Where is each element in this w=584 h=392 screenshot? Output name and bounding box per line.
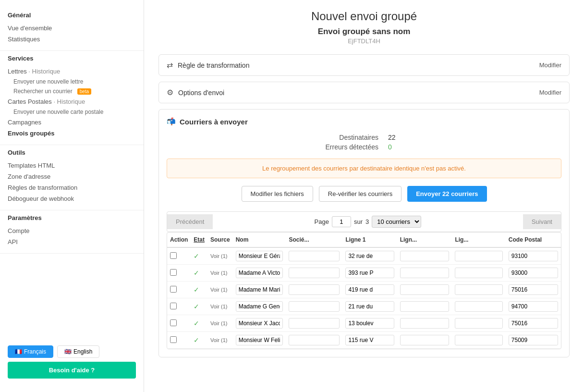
cell-societe-5 xyxy=(286,332,342,349)
sidebar-item-lettres[interactable]: Lettres · Historique xyxy=(8,66,60,77)
voir-link-0[interactable]: Voir (1) xyxy=(210,253,227,259)
sur-label: sur xyxy=(354,218,363,225)
modifier-fichiers-button[interactable]: Modifier les fichiers xyxy=(242,186,313,202)
row-checkbox-2[interactable] xyxy=(170,286,177,293)
nom-input-2[interactable] xyxy=(236,284,283,295)
societe-input-4[interactable] xyxy=(289,318,340,329)
col-action: Action xyxy=(167,233,191,247)
page-subtitle: Envoi groupé sans nom xyxy=(158,27,570,37)
sidebar-item-regles-transformation[interactable]: Règles de transformation xyxy=(8,182,136,193)
lang-btn-en[interactable]: 🇬🇧 English xyxy=(57,345,99,358)
ligne2-input-2[interactable] xyxy=(400,284,450,295)
ligne1-input-1[interactable] xyxy=(345,268,394,278)
per-page-select[interactable]: 10 courriers 25 courriers 50 courriers xyxy=(372,216,421,228)
cell-nom-3 xyxy=(233,298,286,315)
help-button[interactable]: Besoin d'aide ? xyxy=(8,362,136,379)
ligne3-input-3[interactable] xyxy=(455,301,502,312)
sidebar-item-envoyer-carte[interactable]: Envoyer une nouvelle carte postale xyxy=(8,107,136,117)
envoyer-button[interactable]: Envoyer 22 courriers xyxy=(407,186,487,202)
nom-input-5[interactable] xyxy=(236,335,283,345)
ligne3-input-1[interactable] xyxy=(455,268,502,278)
sidebar-item-debogueur-webhook[interactable]: Débogueur de webhook xyxy=(8,193,136,204)
ligne3-input-0[interactable] xyxy=(455,251,502,261)
voir-link-4[interactable]: Voir (1) xyxy=(210,320,227,326)
page-input[interactable] xyxy=(332,216,351,227)
codepostal-input-4[interactable] xyxy=(509,318,558,329)
nom-input-1[interactable] xyxy=(236,268,283,278)
cell-nom-1 xyxy=(233,265,286,282)
courriers-title-label: Courriers à envoyer xyxy=(180,118,248,126)
codepostal-input-1[interactable] xyxy=(509,268,558,278)
ligne3-input-4[interactable] xyxy=(455,318,502,329)
ligne1-input-0[interactable] xyxy=(345,251,394,261)
ligne2-input-1[interactable] xyxy=(400,268,450,278)
ligne3-input-2[interactable] xyxy=(455,284,502,295)
sidebar-general: Général Vue d'ensemble Statistiques xyxy=(0,8,144,51)
cell-ligne1-3 xyxy=(342,298,397,315)
ligne1-input-2[interactable] xyxy=(345,284,394,295)
nom-input-4[interactable] xyxy=(236,318,283,329)
sidebar-item-statistiques[interactable]: Statistiques xyxy=(8,34,136,45)
destinataires-row: Destinataires 22 xyxy=(167,134,561,141)
row-checkbox-0[interactable] xyxy=(170,252,177,259)
cell-source-3: Voir (1) xyxy=(207,298,233,315)
row-checkbox-1[interactable] xyxy=(170,269,177,276)
options-modifier-link[interactable]: Modifier xyxy=(539,89,561,96)
sidebar-item-vue-ensemble[interactable]: Vue d'ensemble xyxy=(8,23,136,34)
cell-nom-5 xyxy=(233,332,286,349)
cell-societe-2 xyxy=(286,282,342,298)
societe-input-0[interactable] xyxy=(289,251,340,261)
reverifier-button[interactable]: Re-vérifier les courriers xyxy=(319,186,402,202)
ligne2-input-5[interactable] xyxy=(400,335,450,345)
ligne1-input-4[interactable] xyxy=(345,318,394,329)
voir-link-5[interactable]: Voir (1) xyxy=(210,337,227,343)
sidebar-item-campagnes[interactable]: Campagnes xyxy=(8,117,136,128)
sidebar-item-zone-adresse[interactable]: Zone d'adresse xyxy=(8,171,136,182)
societe-input-5[interactable] xyxy=(289,335,340,345)
check-icon-4: ✓ xyxy=(194,319,199,327)
sidebar-item-cartes-postales[interactable]: Cartes Postales · Historique xyxy=(8,96,85,107)
sidebar-item-templates-html[interactable]: Templates HTML xyxy=(8,160,136,171)
erreurs-row: Erreurs détectées 0 xyxy=(167,143,561,151)
voir-link-2[interactable]: Voir (1) xyxy=(210,287,227,293)
row-checkbox-3[interactable] xyxy=(170,303,177,309)
codepostal-input-2[interactable] xyxy=(509,284,558,295)
cell-ligne1-5 xyxy=(342,332,397,349)
options-icon: ⚙ xyxy=(167,88,173,97)
ligne3-input-5[interactable] xyxy=(455,335,502,345)
lang-btn-fr[interactable]: 🇫🇷 Français xyxy=(8,345,53,358)
societe-input-2[interactable] xyxy=(289,284,340,295)
codepostal-input-0[interactable] xyxy=(509,251,558,261)
col-ligne3: Lig... xyxy=(452,233,505,247)
cell-source-1: Voir (1) xyxy=(207,265,233,282)
sidebar-item-envoyer-lettre[interactable]: Envoyer une nouvelle lettre xyxy=(8,77,136,86)
societe-input-3[interactable] xyxy=(289,301,340,312)
sidebar-item-rechercher-courrier[interactable]: Rechercher un courrier xyxy=(8,86,73,96)
row-checkbox-5[interactable] xyxy=(170,336,177,343)
societe-input-1[interactable] xyxy=(289,268,340,278)
sidebar: Général Vue d'ensemble Statistiques Serv… xyxy=(0,0,144,392)
prev-button[interactable]: Précédent xyxy=(167,214,213,229)
erreurs-label: Erreurs détectées xyxy=(311,143,388,151)
nom-input-3[interactable] xyxy=(236,301,283,312)
ligne1-input-5[interactable] xyxy=(345,335,394,345)
ligne1-input-3[interactable] xyxy=(345,301,394,312)
check-icon-3: ✓ xyxy=(194,303,199,310)
cell-etat-2: ✓ xyxy=(191,282,207,298)
ligne2-input-0[interactable] xyxy=(400,251,450,261)
codepostal-input-5[interactable] xyxy=(509,335,558,345)
voir-link-3[interactable]: Voir (1) xyxy=(210,304,227,309)
col-ligne2: Lign... xyxy=(397,233,452,247)
sidebar-item-envois-groupes[interactable]: Envois groupés xyxy=(8,128,136,139)
sidebar-item-api[interactable]: API xyxy=(8,236,136,247)
codepostal-input-3[interactable] xyxy=(509,301,558,312)
voir-link-1[interactable]: Voir (1) xyxy=(210,270,227,276)
ligne2-input-3[interactable] xyxy=(400,301,450,312)
nom-input-0[interactable] xyxy=(236,251,283,261)
ligne2-input-4[interactable] xyxy=(400,318,450,329)
row-checkbox-4[interactable] xyxy=(170,319,177,326)
sidebar-item-compte[interactable]: Compte xyxy=(8,225,136,236)
regle-modifier-link[interactable]: Modifier xyxy=(539,61,561,69)
next-button[interactable]: Suivant xyxy=(523,214,561,229)
cell-etat-4: ✓ xyxy=(191,315,207,332)
